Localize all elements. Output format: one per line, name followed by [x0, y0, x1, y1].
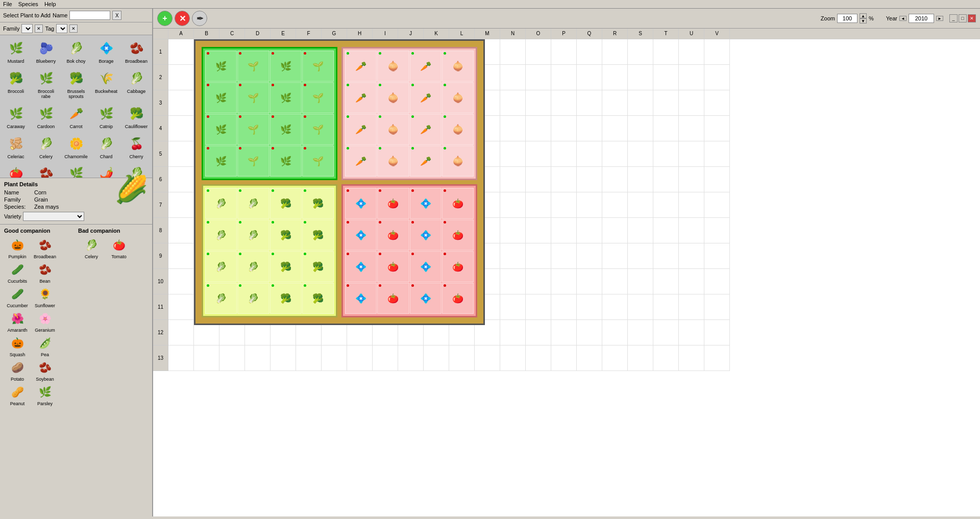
grid-cell-B1[interactable] — [194, 39, 219, 65]
grid-cell-T2[interactable] — [653, 65, 679, 90]
grid-cell-N1[interactable] — [500, 39, 526, 65]
grid-cell-P2[interactable] — [551, 65, 577, 90]
grid-cell-D1[interactable] — [245, 39, 271, 65]
plant-item-celeriac[interactable]: 🫚Celeriac — [1, 132, 31, 161]
grid-cell-R1[interactable] — [602, 39, 628, 65]
grid-cell-F1[interactable] — [296, 39, 322, 65]
grid-cell-D5[interactable] — [245, 141, 271, 167]
grid-cell-U4[interactable] — [679, 116, 704, 141]
grid-cell-J4[interactable] — [398, 116, 424, 141]
grid-cell-V11[interactable] — [704, 294, 730, 320]
grid-cell-G1[interactable] — [322, 39, 347, 65]
menu-help[interactable]: Help — [44, 1, 56, 7]
plant-item-cardoon[interactable]: 🌿Cardoon — [31, 102, 61, 131]
grid-cell-E11[interactable] — [271, 294, 296, 320]
grid-cell-C1[interactable] — [219, 39, 245, 65]
grid-cell-Q3[interactable] — [577, 90, 602, 116]
grid-cell-G8[interactable] — [322, 218, 347, 243]
grid-cell-S10[interactable] — [628, 269, 653, 294]
grid-cell-O4[interactable] — [526, 116, 551, 141]
grid-cell-K9[interactable] — [424, 243, 449, 269]
grid-cell-P5[interactable] — [551, 141, 577, 167]
grid-cell-H1[interactable] — [347, 39, 373, 65]
grid-cell-A9[interactable] — [168, 243, 194, 269]
grid-cell-U3[interactable] — [679, 90, 704, 116]
grid-cell-T10[interactable] — [653, 269, 679, 294]
grid-cell-P10[interactable] — [551, 269, 577, 294]
grid-cell-S9[interactable] — [628, 243, 653, 269]
grid-cell-C9[interactable] — [219, 243, 245, 269]
grid-cell-K2[interactable] — [424, 65, 449, 90]
grid-cell-Q9[interactable] — [577, 243, 602, 269]
grid-cell-N4[interactable] — [500, 116, 526, 141]
grid-cell-B8[interactable] — [194, 218, 219, 243]
grid-cell-G5[interactable] — [322, 141, 347, 167]
grid-cell-T5[interactable] — [653, 141, 679, 167]
grid-cell-H7[interactable] — [347, 192, 373, 218]
grid-cell-B2[interactable] — [194, 65, 219, 90]
grid-cell-I1[interactable] — [373, 39, 398, 65]
zoom-up-btn[interactable]: ▲ — [860, 13, 867, 18]
grid-cell-M5[interactable] — [475, 141, 500, 167]
grid-cell-P4[interactable] — [551, 116, 577, 141]
grid-cell-T7[interactable] — [653, 192, 679, 218]
grid-cell-L11[interactable] — [449, 294, 475, 320]
grid-cell-S6[interactable] — [628, 167, 653, 192]
grid-cell-P3[interactable] — [551, 90, 577, 116]
win-close-btn[interactable]: ✕ — [968, 14, 976, 22]
grid-cell-R3[interactable] — [602, 90, 628, 116]
grid-cell-P13[interactable] — [551, 345, 577, 371]
grid-cell-U10[interactable] — [679, 269, 704, 294]
grid-cell-A5[interactable] — [168, 141, 194, 167]
grid-cell-F5[interactable] — [296, 141, 322, 167]
grid-cell-P12[interactable] — [551, 320, 577, 345]
year-input[interactable]: 2010 — [909, 14, 934, 23]
grid-cell-I7[interactable] — [373, 192, 398, 218]
grid-cell-M3[interactable] — [475, 90, 500, 116]
grid-cell-U9[interactable] — [679, 243, 704, 269]
plant-item-chamomile[interactable]: 🌼Chamomile — [61, 132, 91, 161]
grid-cell-U6[interactable] — [679, 167, 704, 192]
grid-cell-R4[interactable] — [602, 116, 628, 141]
grid-cell-H6[interactable] — [347, 167, 373, 192]
grid-cell-L12[interactable] — [449, 320, 475, 345]
grid-cell-S13[interactable] — [628, 345, 653, 371]
grid-cell-J12[interactable] — [398, 320, 424, 345]
grid-cell-R8[interactable] — [602, 218, 628, 243]
grid-cell-F10[interactable] — [296, 269, 322, 294]
grid-cell-Q6[interactable] — [577, 167, 602, 192]
grid-cell-N13[interactable] — [500, 345, 526, 371]
grid-cell-V13[interactable] — [704, 345, 730, 371]
grid-cell-V8[interactable] — [704, 218, 730, 243]
grid-cell-V9[interactable] — [704, 243, 730, 269]
grid-cell-K12[interactable] — [424, 320, 449, 345]
grid-cell-K7[interactable] — [424, 192, 449, 218]
grid-cell-B4[interactable] — [194, 116, 219, 141]
grid-cell-G12[interactable] — [322, 320, 347, 345]
grid-cell-L1[interactable] — [449, 39, 475, 65]
grid-cell-K3[interactable] — [424, 90, 449, 116]
grid-cell-T3[interactable] — [653, 90, 679, 116]
grid-cell-R7[interactable] — [602, 192, 628, 218]
grid-cell-C11[interactable] — [219, 294, 245, 320]
grid-cell-L8[interactable] — [449, 218, 475, 243]
grid-cell-M12[interactable] — [475, 320, 500, 345]
grid-cell-P11[interactable] — [551, 294, 577, 320]
grid-cell-G6[interactable] — [322, 167, 347, 192]
grid-cell-T4[interactable] — [653, 116, 679, 141]
grid-cell-H4[interactable] — [347, 116, 373, 141]
grid-cell-F3[interactable] — [296, 90, 322, 116]
grid-cell-R13[interactable] — [602, 345, 628, 371]
grid-cell-E5[interactable] — [271, 141, 296, 167]
grid-cell-B3[interactable] — [194, 90, 219, 116]
grid-cell-K8[interactable] — [424, 218, 449, 243]
menu-species[interactable]: Species — [18, 1, 38, 7]
grid-cell-R12[interactable] — [602, 320, 628, 345]
grid-cell-K11[interactable] — [424, 294, 449, 320]
plant-item-blueberry[interactable]: 🫐Blueberry — [31, 36, 61, 66]
grid-cell-M8[interactable] — [475, 218, 500, 243]
grid-cell-J2[interactable] — [398, 65, 424, 90]
grid-cell-K6[interactable] — [424, 167, 449, 192]
grid-cell-A12[interactable] — [168, 320, 194, 345]
grid-cell-I2[interactable] — [373, 65, 398, 90]
